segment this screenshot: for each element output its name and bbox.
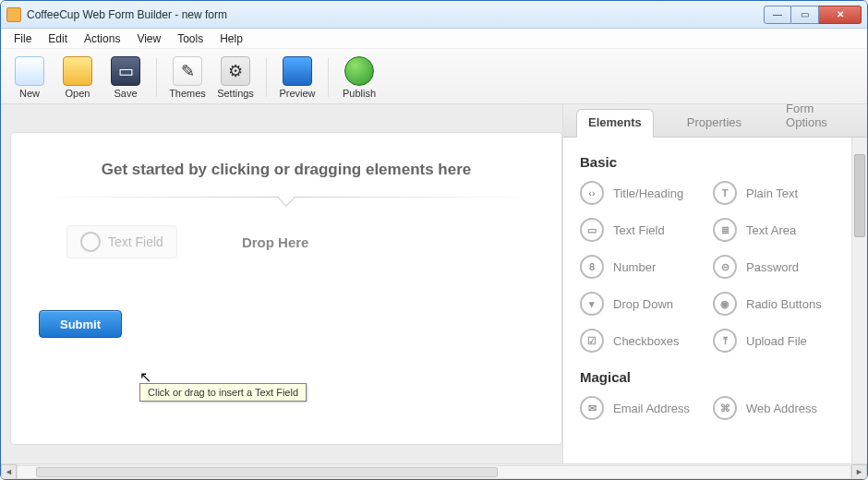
settings-button[interactable]: ⚙Settings bbox=[214, 54, 257, 102]
save-icon: ▭ bbox=[111, 56, 140, 86]
element-label: Text Field bbox=[613, 223, 665, 237]
element-email-address[interactable]: ✉Email Address bbox=[580, 396, 705, 420]
element-label: Checkboxes bbox=[613, 334, 680, 348]
heading-icon: ‹› bbox=[580, 181, 604, 205]
number-icon: 8 bbox=[580, 255, 604, 279]
publish-icon bbox=[344, 56, 374, 86]
new-icon bbox=[15, 56, 44, 86]
element-label: Web Address bbox=[746, 402, 817, 415]
drop-here-label: Drop Here bbox=[242, 234, 309, 250]
element-label: Plain Text bbox=[746, 186, 798, 200]
divider-arrow-icon bbox=[39, 188, 534, 207]
drop-row: Text Field Drop Here bbox=[66, 225, 534, 258]
minimize-button[interactable]: — bbox=[764, 6, 791, 24]
preview-icon bbox=[283, 56, 312, 86]
themes-icon: ✎ bbox=[173, 56, 202, 86]
toolbar-separator bbox=[328, 58, 329, 97]
element-title-heading[interactable]: ‹›Title/Heading bbox=[580, 181, 705, 205]
toolbar-separator bbox=[156, 58, 157, 97]
element-number[interactable]: 8Number bbox=[580, 255, 705, 279]
link-icon: ⌘ bbox=[713, 396, 737, 420]
password-icon: ⊝ bbox=[713, 255, 737, 279]
window-controls: — ▭ ✕ bbox=[764, 6, 862, 24]
menu-help[interactable]: Help bbox=[220, 32, 243, 45]
element-password[interactable]: ⊝Password bbox=[713, 255, 838, 279]
app-icon bbox=[6, 7, 21, 22]
element-label: Email Address bbox=[613, 402, 690, 415]
toolbar: New Open ▭Save ✎Themes ⚙Settings Preview… bbox=[1, 49, 867, 104]
elements-panel[interactable]: Basic ‹›Title/Heading TPlain Text ▭Text … bbox=[563, 138, 851, 463]
category-magical: Magical bbox=[580, 369, 838, 385]
publish-button[interactable]: Publish bbox=[338, 54, 380, 102]
settings-icon: ⚙ bbox=[221, 56, 250, 86]
save-button[interactable]: ▭Save bbox=[104, 54, 147, 102]
category-basic: Basic bbox=[580, 154, 838, 170]
canvas-heading: Get started by clicking or dragging elem… bbox=[39, 161, 534, 179]
preview-button[interactable]: Preview bbox=[276, 54, 319, 102]
tooltip: Click or drag to insert a Text Field bbox=[139, 383, 307, 402]
open-icon bbox=[63, 56, 92, 86]
panel-tabs: Elements Properties Form Options bbox=[563, 104, 867, 138]
scroll-thumb[interactable] bbox=[36, 467, 498, 477]
element-web-address[interactable]: ⌘Web Address bbox=[713, 396, 838, 420]
right-panel: Elements Properties Form Options Basic ‹… bbox=[562, 104, 867, 463]
plain-text-icon: T bbox=[713, 181, 737, 205]
titlebar[interactable]: CoffeeCup Web Form Builder - new form — … bbox=[1, 1, 867, 29]
element-radio-buttons[interactable]: ◉Radio Buttons bbox=[713, 292, 838, 316]
publish-label: Publish bbox=[343, 88, 376, 99]
menu-file[interactable]: File bbox=[14, 32, 31, 45]
window-title: CoffeeCup Web Form Builder - new form bbox=[27, 8, 227, 21]
themes-label: Themes bbox=[169, 88, 206, 99]
horizontal-scrollbar[interactable]: ◄ ► bbox=[1, 463, 867, 479]
element-text-area[interactable]: ≣Text Area bbox=[713, 218, 838, 242]
preview-label: Preview bbox=[279, 88, 315, 99]
menu-tools[interactable]: Tools bbox=[177, 32, 203, 45]
ghost-text-field[interactable]: Text Field bbox=[66, 225, 177, 258]
new-label: New bbox=[19, 88, 40, 99]
text-area-icon: ≣ bbox=[713, 218, 737, 242]
scrollbar-thumb[interactable] bbox=[854, 154, 865, 237]
element-label: Upload File bbox=[746, 334, 807, 348]
text-field-icon: ▭ bbox=[580, 218, 604, 242]
element-label: Radio Buttons bbox=[746, 297, 822, 311]
element-plain-text[interactable]: TPlain Text bbox=[713, 181, 838, 205]
checkbox-icon: ☑ bbox=[580, 329, 604, 353]
tab-properties[interactable]: Properties bbox=[676, 110, 753, 137]
panel-scrollbar[interactable] bbox=[851, 138, 867, 463]
scroll-right-button[interactable]: ► bbox=[851, 464, 867, 480]
toolbar-separator bbox=[266, 58, 267, 97]
new-button[interactable]: New bbox=[8, 54, 51, 102]
tab-form-options[interactable]: Form Options bbox=[775, 96, 858, 137]
element-label: Drop Down bbox=[613, 297, 673, 311]
element-upload-file[interactable]: ⤒Upload File bbox=[713, 329, 838, 353]
ghost-label: Text Field bbox=[108, 234, 163, 249]
maximize-button[interactable]: ▭ bbox=[791, 6, 819, 24]
open-button[interactable]: Open bbox=[56, 54, 99, 102]
menu-view[interactable]: View bbox=[137, 32, 161, 45]
scroll-left-button[interactable]: ◄ bbox=[1, 464, 17, 480]
scroll-track[interactable] bbox=[17, 465, 851, 479]
main-area: Get started by clicking or dragging elem… bbox=[1, 104, 867, 463]
tab-elements[interactable]: Elements bbox=[576, 109, 654, 138]
app-window: CoffeeCup Web Form Builder - new form — … bbox=[0, 0, 868, 480]
magical-elements-grid: ✉Email Address ⌘Web Address bbox=[580, 396, 838, 420]
text-field-icon bbox=[80, 232, 101, 252]
menu-bar: File Edit Actions View Tools Help bbox=[1, 29, 867, 49]
element-drop-down[interactable]: ▾Drop Down bbox=[580, 292, 705, 316]
element-label: Number bbox=[613, 260, 656, 274]
element-text-field[interactable]: ▭Text Field bbox=[580, 218, 705, 242]
upload-icon: ⤒ bbox=[713, 329, 737, 353]
menu-edit[interactable]: Edit bbox=[48, 32, 67, 45]
basic-elements-grid: ‹›Title/Heading TPlain Text ▭Text Field … bbox=[580, 181, 838, 353]
settings-label: Settings bbox=[217, 88, 254, 99]
save-label: Save bbox=[114, 88, 137, 99]
menu-actions[interactable]: Actions bbox=[84, 32, 120, 45]
element-checkboxes[interactable]: ☑Checkboxes bbox=[580, 329, 705, 353]
drop-down-icon: ▾ bbox=[580, 292, 604, 316]
radio-icon: ◉ bbox=[713, 292, 737, 316]
submit-button[interactable]: Submit bbox=[39, 310, 122, 338]
element-label: Text Area bbox=[746, 223, 796, 237]
themes-button[interactable]: ✎Themes bbox=[166, 54, 209, 102]
close-button[interactable]: ✕ bbox=[819, 6, 862, 24]
canvas-area[interactable]: Get started by clicking or dragging elem… bbox=[1, 104, 562, 463]
